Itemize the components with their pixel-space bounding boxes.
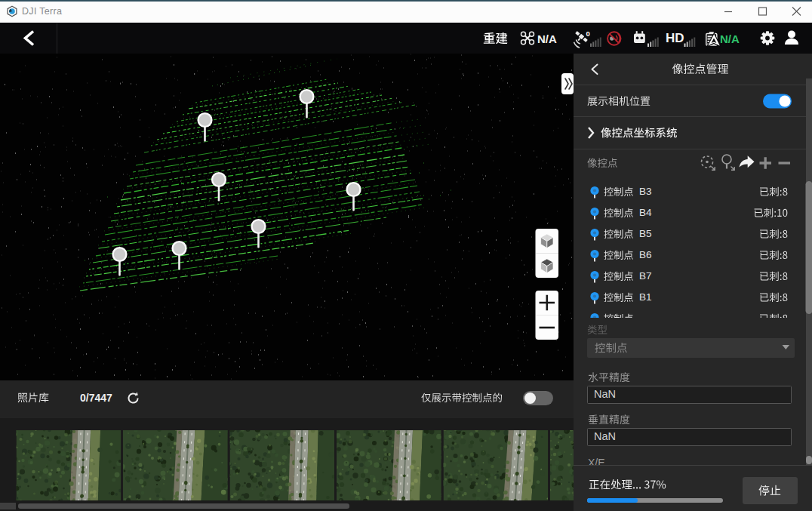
svg-text:0: 0	[586, 29, 590, 38]
